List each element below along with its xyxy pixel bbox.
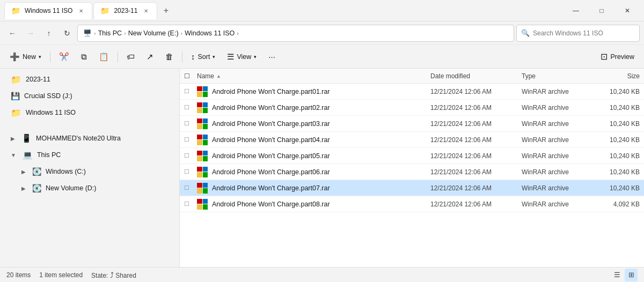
rar-file-icon <box>197 86 208 97</box>
table-row[interactable]: ☐ Android Phone Won't Charge.part01.rar … <box>180 84 644 100</box>
more-options-button[interactable]: ··· <box>263 48 281 65</box>
col-date[interactable]: Date modified <box>430 72 522 80</box>
sidebar-item-note20[interactable]: ▶ 📱 MOHAMMED's Note20 Ultra <box>2 130 177 146</box>
harddrive-icon-c: 💽 <box>32 167 41 176</box>
sidebar-item-windows11iso[interactable]: 📁 Windows 11 ISO <box>2 105 177 121</box>
tab2-close[interactable]: ✕ <box>142 7 150 15</box>
tab-windows11iso[interactable]: 📁 Windows 11 ISO ✕ <box>4 2 92 19</box>
row-size: 4,092 KB <box>591 201 640 208</box>
forward-button[interactable]: → <box>23 25 39 41</box>
col-name[interactable]: Name ▲ <box>197 72 430 80</box>
close-button[interactable]: ✕ <box>615 2 640 19</box>
row-checkbox[interactable]: ☐ <box>184 152 197 159</box>
view-toggle-area: ☰ ⊞ <box>611 269 638 281</box>
filename: Android Phone Won't Charge.part02.rar <box>212 104 330 112</box>
row-size: 10,240 KB <box>591 104 640 112</box>
share-state-icon: ⤴ <box>110 271 114 279</box>
cut-button[interactable]: ✂️ <box>54 48 75 65</box>
chevron-down-icon: ▼ <box>11 152 16 158</box>
view-button[interactable]: ☰ View ▾ <box>222 48 262 65</box>
sidebar-item-2023-11[interactable]: 📁 2023-11 <box>2 71 177 87</box>
row-checkbox[interactable]: ☐ <box>184 201 197 207</box>
table-row[interactable]: ☐ Android Phone Won't Charge.part03.rar … <box>180 116 644 132</box>
sidebar-label-thispc: This PC <box>37 151 61 159</box>
sidebar-item-windows-c[interactable]: ▶ 💽 Windows (C:) <box>2 164 177 180</box>
chevron-right-icon-c: ▶ <box>21 169 26 175</box>
table-row[interactable]: ☐ Android Phone Won't Charge.part06.rar … <box>180 164 644 180</box>
folder-icon-win11: 📁 <box>11 108 21 118</box>
row-checkbox[interactable]: ☐ <box>184 168 197 175</box>
delete-button[interactable]: 🗑 <box>160 48 179 65</box>
tab1-label: Windows 11 ISO <box>25 7 72 14</box>
row-checkbox[interactable]: ☐ <box>184 120 197 127</box>
sidebar-item-crucial-ssd[interactable]: 💾 Crucial SSD (J:) <box>2 88 177 104</box>
sort-button[interactable]: ↕ Sort ▾ <box>186 48 221 65</box>
main-area: 📁 2023-11 💾 Crucial SSD (J:) 📁 Windows 1… <box>0 69 644 267</box>
copy-icon: ⧉ <box>81 52 87 62</box>
filelist-header: ☐ Name ▲ Date modified Type Size <box>180 69 644 84</box>
new-button[interactable]: ➕ New ▾ <box>4 48 47 65</box>
computer-icon: 💻 <box>23 150 33 160</box>
breadcrumb-newvol[interactable]: New Volume (E:) <box>128 29 179 37</box>
rename-button[interactable]: 🏷 <box>121 48 140 65</box>
share-button[interactable]: ↗ <box>141 48 159 65</box>
item-count: 20 items <box>6 271 31 279</box>
filename: Android Phone Won't Charge.part07.rar <box>212 184 330 192</box>
sort-icon: ↕ <box>191 52 195 61</box>
row-type: WinRAR archive <box>522 136 591 144</box>
sidebar-item-newvol-d[interactable]: ▶ 💽 New Volume (D:) <box>2 180 177 196</box>
sidebar-label-2023-11: 2023-11 <box>26 76 50 83</box>
sidebar-item-thispc[interactable]: ▼ 💻 This PC <box>2 147 177 163</box>
maximize-button[interactable]: □ <box>589 2 614 19</box>
new-chevron-icon: ▾ <box>39 54 41 60</box>
search-input[interactable] <box>533 29 635 37</box>
preview-button[interactable]: ⊡ Preview <box>595 48 640 65</box>
row-checkbox[interactable]: ☐ <box>184 136 197 143</box>
copy-button[interactable]: ⧉ <box>76 48 92 65</box>
refresh-button[interactable]: ↻ <box>59 25 75 41</box>
col-type[interactable]: Type <box>522 72 591 80</box>
minimize-button[interactable]: — <box>564 2 588 19</box>
tab1-close[interactable]: ✕ <box>77 7 85 15</box>
phone-icon: 📱 <box>21 133 32 143</box>
row-date: 12/21/2024 12:06 AM <box>430 136 522 144</box>
breadcrumb-expand-icon[interactable]: › <box>237 30 239 36</box>
rename-icon: 🏷 <box>127 52 135 61</box>
new-tab-button[interactable]: + <box>158 3 173 18</box>
breadcrumb-thispc[interactable]: This PC <box>98 29 122 37</box>
row-checkbox[interactable]: ☐ <box>184 88 197 95</box>
table-row[interactable]: ☐ Android Phone Won't Charge.part02.rar … <box>180 100 644 116</box>
row-name: Android Phone Won't Charge.part05.rar <box>197 151 430 161</box>
sidebar-label-crucial-ssd: Crucial SSD (J:) <box>24 92 72 100</box>
col-size[interactable]: Size <box>591 72 640 80</box>
row-checkbox[interactable]: ☐ <box>184 184 197 191</box>
sidebar-spacer <box>0 121 179 130</box>
row-checkbox[interactable]: ☐ <box>184 104 197 111</box>
addressbar: ← → ↑ ↻ 🖥️ › This PC › New Volume (E:) ›… <box>0 21 644 45</box>
header-checkbox[interactable]: ☐ <box>184 72 197 80</box>
paste-button[interactable]: 📋 <box>93 48 114 65</box>
breadcrumb[interactable]: 🖥️ › This PC › New Volume (E:) › Windows… <box>77 25 514 42</box>
tab-2023-11[interactable]: 📁 2023-11 ✕ <box>93 2 157 19</box>
table-row[interactable]: ☐ Android Phone Won't Charge.part05.rar … <box>180 148 644 164</box>
row-date: 12/21/2024 12:06 AM <box>430 184 522 192</box>
filename: Android Phone Won't Charge.part04.rar <box>212 136 330 144</box>
selected-count: 1 item selected <box>39 271 83 279</box>
rar-file-icon <box>197 118 208 129</box>
tiles-view-button[interactable]: ⊞ <box>625 269 638 281</box>
row-size: 10,240 KB <box>591 88 640 95</box>
row-type: WinRAR archive <box>522 201 591 208</box>
up-button[interactable]: ↑ <box>41 25 57 41</box>
ellipsis-icon: ··· <box>268 52 275 61</box>
table-row[interactable]: ☐ Android Phone Won't Charge.part07.rar … <box>180 180 644 196</box>
table-row[interactable]: ☐ Android Phone Won't Charge.part04.rar … <box>180 132 644 148</box>
back-button[interactable]: ← <box>4 25 20 41</box>
preview-label: Preview <box>611 53 634 61</box>
toolbar: ➕ New ▾ ✂️ ⧉ 📋 🏷 ↗ 🗑 ↕ Sort ▾ ☰ View ▾ ·… <box>0 45 644 69</box>
table-row[interactable]: ☐ Android Phone Won't Charge.part08.rar … <box>180 196 644 212</box>
cut-icon: ✂️ <box>59 52 69 62</box>
details-view-button[interactable]: ☰ <box>611 269 624 281</box>
breadcrumb-win11iso[interactable]: Windows 11 ISO <box>185 29 235 37</box>
row-name: Android Phone Won't Charge.part07.rar <box>197 183 430 194</box>
search-bar[interactable]: 🔍 <box>516 25 640 42</box>
